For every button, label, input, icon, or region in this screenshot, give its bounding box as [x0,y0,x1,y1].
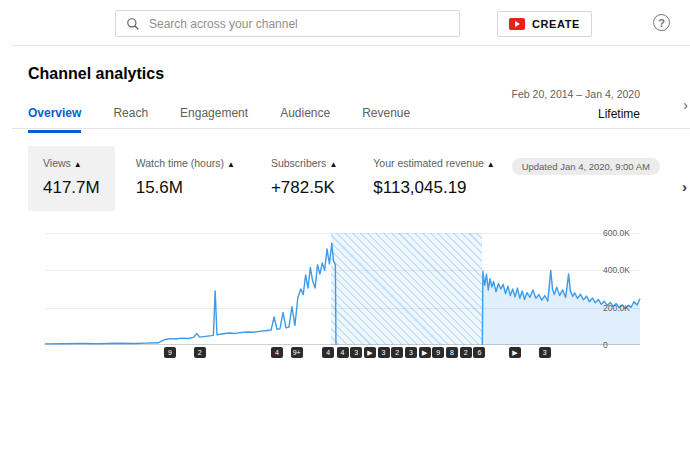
views-chart[interactable] [45,233,640,345]
create-button[interactable]: CREATE [497,11,592,37]
metric-label: Subscribers▲ [271,157,337,169]
metric-value: $113,045.19 [373,178,494,198]
video-marker[interactable]: 3 [405,347,417,358]
triangle-up-icon: ▲ [227,160,235,169]
video-marker[interactable]: 3 [539,347,551,358]
triangle-up-icon: ▲ [329,160,337,169]
page-title: Channel analytics [28,65,164,83]
y-axis-labels: 600.0K400.0K200.0K0 [601,233,645,345]
y-tick-label: 200.0K [603,303,630,313]
video-marker[interactable]: 4 [322,347,334,358]
video-marker-play[interactable]: ▶ [509,347,521,358]
video-marker[interactable]: 4 [271,347,283,358]
metric-card-subscribers[interactable]: Subscribers▲+782.5K [256,146,352,211]
triangle-up-icon: ▲ [487,160,495,169]
video-marker[interactable]: 9 [432,347,444,358]
video-marker[interactable]: 9 [164,347,176,358]
video-marker[interactable]: 9+ [291,347,303,358]
topbar-divider [12,45,690,46]
search-box[interactable] [115,10,460,37]
video-marker[interactable]: 6 [473,347,485,358]
create-video-icon [509,18,525,30]
metric-card-watch-time-hours-[interactable]: Watch time (hours)▲15.6M [121,146,250,211]
search-icon [126,17,140,31]
video-marker[interactable]: 2 [460,347,472,358]
topbar: CREATE ? [0,0,690,46]
y-tick-label: 400.0K [603,265,630,275]
date-panel-next-icon[interactable]: › [683,97,688,113]
tabs-divider [12,128,690,129]
video-marker[interactable]: 8 [446,347,458,358]
metric-value: +782.5K [271,178,337,198]
y-tick-label: 600.0K [603,228,630,238]
video-markers-row: 9249+443▶323▶9826▶3 [45,347,640,360]
video-marker[interactable]: 4 [337,347,349,358]
video-marker-play[interactable]: ▶ [364,347,376,358]
metric-value: 417.7M [43,178,100,198]
date-range: Feb 20, 2014 – Jan 4, 2020 [512,88,640,100]
metric-card-your-estimated-revenue[interactable]: Your estimated revenue▲$113,045.19 [358,146,509,211]
video-marker[interactable]: 3 [378,347,390,358]
metric-cards: Views▲417.7MWatch time (hours)▲15.6MSubs… [28,146,516,211]
help-icon[interactable]: ? [653,14,670,31]
create-button-label: CREATE [532,18,580,30]
video-marker[interactable]: 2 [194,347,206,358]
metric-card-views[interactable]: Views▲417.7M [28,146,115,211]
video-marker[interactable]: 3 [350,347,362,358]
updated-badge: Updated Jan 4, 2020, 9:00 AM [512,158,660,175]
search-input[interactable] [149,17,449,31]
metrics-next-icon[interactable]: › [682,178,687,195]
metric-label: Your estimated revenue▲ [373,157,494,169]
video-marker[interactable]: 2 [391,347,403,358]
triangle-up-icon: ▲ [74,160,82,169]
date-range-panel: Feb 20, 2014 – Jan 4, 2020 Lifetime [512,88,640,121]
metric-label: Watch time (hours)▲ [136,157,235,169]
chart-svg [45,233,640,345]
period-selector[interactable]: Lifetime [512,107,640,121]
youtube-studio-analytics-page: CREATE ? Channel analytics Feb 20, 2014 … [0,0,690,450]
video-marker-play[interactable]: ▶ [419,347,431,358]
metric-label: Views▲ [43,157,100,169]
metric-value: 15.6M [136,178,235,198]
